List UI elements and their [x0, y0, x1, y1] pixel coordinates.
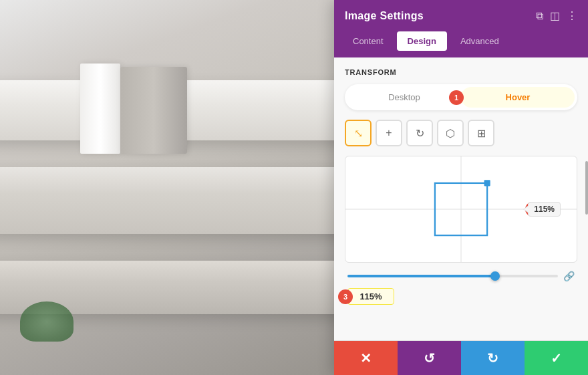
transform-canvas: 2 115%: [345, 156, 577, 263]
reset-icon: ↺: [424, 350, 435, 366]
section-label-transform: Transform: [345, 68, 577, 76]
toggle-hover[interactable]: Hover: [461, 87, 575, 108]
scale-value-row: 3: [345, 288, 577, 305]
panel-header: Image Settings ⧉ ◫ ⋮: [334, 0, 588, 31]
redo-button[interactable]: ↻: [461, 341, 525, 375]
scale-value-input[interactable]: [347, 288, 394, 305]
tool-move[interactable]: +: [376, 120, 402, 146]
shelf-middle: [0, 167, 334, 234]
badge-3: 3: [338, 289, 353, 304]
panel-title: Image Settings: [345, 10, 424, 22]
panel-body: Transform Desktop 1 Hover ⤡ + ↻ ⬡ ⊞ 2 11…: [334, 57, 588, 340]
confirm-icon: ✓: [551, 350, 562, 366]
tool-skew[interactable]: ⬡: [437, 120, 464, 146]
tool-origin[interactable]: ⊞: [468, 120, 494, 146]
slider-value-badge: 3: [347, 288, 394, 305]
link-icon[interactable]: 🔗: [563, 271, 575, 281]
confirm-button[interactable]: ✓: [525, 341, 588, 375]
tool-scale[interactable]: ⤡: [345, 120, 372, 146]
plant-leaf: [20, 301, 74, 342]
book-white: [80, 64, 120, 154]
book-gray: [120, 67, 187, 154]
view-toggle-bar: Desktop 1 Hover: [345, 84, 577, 110]
expand-icon[interactable]: ⧉: [536, 10, 543, 22]
toggle-desktop[interactable]: Desktop: [347, 87, 461, 108]
panel-tabs: Content Design Advanced: [334, 31, 588, 57]
transform-square: [434, 182, 488, 237]
scale-slider-row: 🔗: [345, 271, 577, 281]
panel-footer: ✕ ↺ ↻ ✓: [334, 340, 588, 375]
scale-slider-thumb[interactable]: [490, 271, 500, 281]
transform-tools: ⤡ + ↻ ⬡ ⊞: [345, 120, 577, 146]
cancel-button[interactable]: ✕: [334, 341, 398, 375]
more-options-icon[interactable]: ⋮: [567, 9, 577, 22]
tab-content[interactable]: Content: [342, 31, 394, 51]
tab-design[interactable]: Design: [397, 31, 447, 51]
tool-rotate[interactable]: ↻: [406, 120, 433, 146]
tab-advanced[interactable]: Advanced: [450, 31, 510, 51]
columns-icon[interactable]: ◫: [550, 9, 560, 22]
reset-button[interactable]: ↺: [398, 341, 461, 375]
scale-slider-track[interactable]: [347, 275, 558, 277]
background-photo: [0, 0, 334, 375]
scroll-indicator: [585, 161, 588, 215]
settings-panel: Image Settings ⧉ ◫ ⋮ Content Design Adva…: [334, 0, 588, 375]
redo-icon: ↻: [487, 350, 498, 366]
cancel-icon: ✕: [360, 350, 372, 366]
badge-1: 1: [449, 90, 464, 105]
canvas-scale-tooltip: 115%: [528, 202, 561, 217]
panel-header-icons: ⧉ ◫ ⋮: [536, 9, 577, 22]
